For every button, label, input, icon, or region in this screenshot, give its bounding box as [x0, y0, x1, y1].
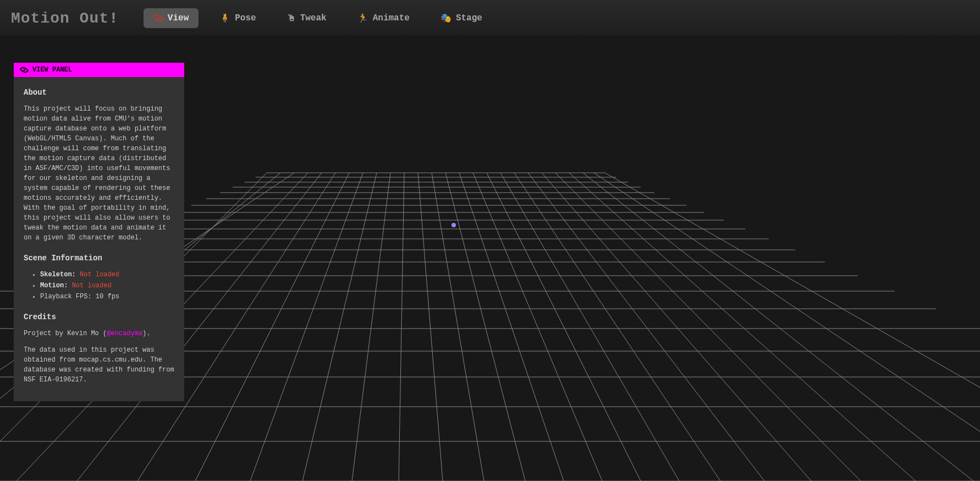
svg-line-35 [445, 173, 525, 481]
eye-icon [152, 12, 164, 24]
svg-line-33 [418, 173, 443, 481]
fps-label: Playback FPS: [40, 293, 92, 300]
panel-title: VIEW PANEL [32, 66, 72, 74]
eye-icon-small [20, 65, 29, 75]
svg-line-45 [583, 173, 973, 481]
svg-line-34 [432, 173, 484, 481]
author-link[interactable]: @encadyma [107, 330, 142, 337]
tab-pose-label: Pose [235, 13, 256, 23]
theater-icon: 🎭 [441, 13, 452, 24]
about-text: This project will focus on bringing moti… [24, 104, 174, 243]
panel-header: VIEW PANEL [14, 63, 184, 77]
svg-line-30 [302, 173, 377, 481]
tab-tweak[interactable]: 🖱 Tweak [277, 8, 337, 28]
svg-line-32 [399, 173, 404, 481]
scene-info-list: Skeleton: Not loaded Motion: Not loaded … [24, 270, 174, 302]
svg-line-46 [594, 173, 980, 431]
running-icon: 🏃 [357, 13, 368, 24]
svg-line-36 [459, 173, 564, 481]
tab-animate[interactable]: 🏃 Animate [348, 8, 420, 28]
credits-author: Project by Kevin Mo (@encadyma). [24, 329, 174, 338]
credits-data: The data used in this project was obtain… [24, 345, 174, 385]
motion-item: Motion: Not loaded [40, 281, 174, 291]
pose-icon: 🧍 [219, 13, 230, 24]
skeleton-value: Not loaded [80, 271, 119, 278]
tab-animate-label: Animate [373, 13, 410, 23]
app-title: Motion Out! [11, 10, 119, 27]
origin-marker [452, 223, 456, 227]
scene-heading: Scene Information [24, 253, 174, 264]
mouse-icon: 🖱 [287, 13, 296, 24]
skeleton-item: Skeleton: Not loaded [40, 270, 174, 280]
fps-item: Playback FPS: 10 fps [40, 292, 174, 302]
svg-line-28 [195, 173, 349, 481]
nav-tabs: View 🧍 Pose 🖱 Tweak 🏃 Animate 🎭 Stage [144, 8, 492, 28]
svg-line-29 [250, 173, 363, 481]
tab-stage-label: Stage [456, 13, 482, 23]
svg-line-43 [555, 173, 861, 481]
svg-line-37 [473, 173, 602, 481]
panel-content: About This project will focus on bringin… [14, 77, 184, 401]
tab-view[interactable]: View [144, 8, 199, 28]
svg-line-31 [352, 173, 390, 481]
svg-line-39 [500, 173, 679, 481]
tab-tweak-label: Tweak [300, 13, 327, 23]
skeleton-label: Skeleton: [40, 271, 76, 278]
motion-label: Motion: [40, 282, 68, 289]
tab-view-label: View [168, 13, 189, 23]
fps-value: 10 fps [96, 293, 119, 300]
svg-line-47 [605, 173, 980, 387]
app-header: Motion Out! View 🧍 Pose 🖱 Tweak 🏃 Animat… [0, 0, 980, 37]
motion-value: Not loaded [72, 282, 112, 289]
svg-line-42 [542, 173, 811, 481]
tab-pose[interactable]: 🧍 Pose [210, 8, 266, 28]
tab-stage[interactable]: 🎭 Stage [431, 8, 492, 28]
svg-line-44 [569, 173, 916, 481]
view-panel: VIEW PANEL About This project will focus… [14, 63, 184, 401]
about-heading: About [24, 87, 174, 99]
credits-heading: Credits [24, 311, 174, 323]
